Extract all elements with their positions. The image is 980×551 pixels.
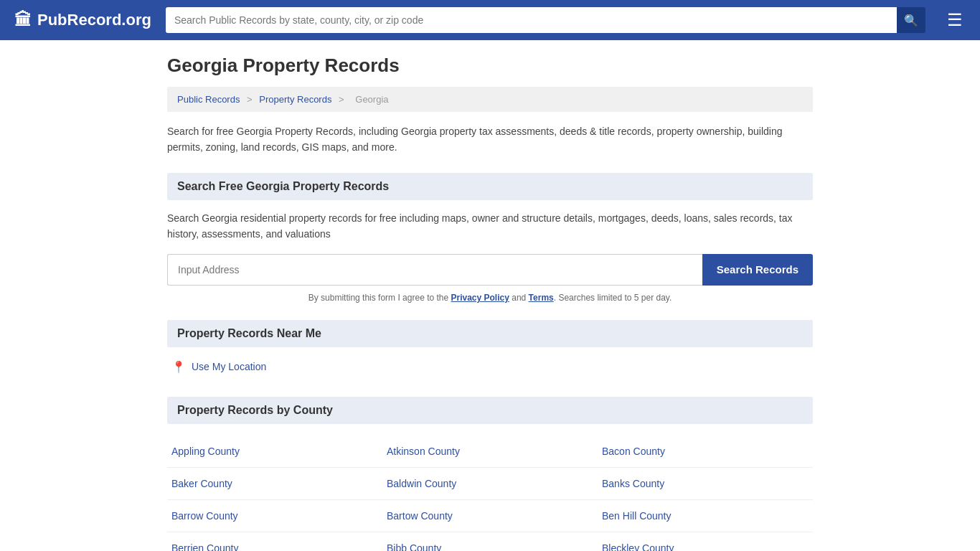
form-disclaimer: By submitting this form I agree to the P… [167,293,813,303]
description: Search for free Georgia Property Records… [167,123,813,156]
address-search-form: Search Records [167,254,813,286]
county-link[interactable]: Baker County [171,478,232,489]
search-section-header: Search Free Georgia Property Records [167,173,813,200]
county-link[interactable]: Bibb County [387,542,441,551]
county-link[interactable]: Bacon County [602,446,665,457]
search-description: Search Georgia residential property reco… [167,210,813,242]
search-records-button[interactable]: Search Records [702,254,813,286]
list-item: Atkinson County [382,435,598,468]
list-item: Bacon County [598,435,813,468]
county-link[interactable]: Appling County [171,446,240,457]
breadcrumb-separator-1: > [247,94,255,105]
list-item: Bibb County [382,532,598,551]
list-item: Baker County [167,468,382,500]
county-link[interactable]: Berrien County [171,542,238,551]
county-link[interactable]: Bartow County [387,510,453,522]
building-icon: 🏛 [14,10,32,30]
breadcrumb-public-records[interactable]: Public Records [177,94,240,105]
search-section-title: Search Free Georgia Property Records [177,180,803,193]
county-section: Property Records by County Appling Count… [167,397,813,551]
header: 🏛 PubRecord.org 🔍 ☰ [0,0,980,40]
location-label: Use My Location [192,361,266,372]
breadcrumb-separator-2: > [339,94,347,105]
breadcrumb-property-records[interactable]: Property Records [259,94,331,105]
county-link[interactable]: Atkinson County [387,446,460,457]
use-my-location-button[interactable]: 📍 Use My Location [167,357,270,377]
address-input[interactable] [167,254,702,286]
breadcrumb: Public Records > Property Records > Geor… [167,87,813,112]
county-link[interactable]: Barrow County [171,510,238,522]
list-item: Appling County [167,435,382,468]
county-link[interactable]: Bleckley County [602,542,674,551]
county-link[interactable]: Banks County [602,478,664,489]
terms-link[interactable]: Terms [529,293,554,303]
header-search-input[interactable] [166,7,897,33]
privacy-policy-link[interactable]: Privacy Policy [451,293,509,303]
list-item: Banks County [598,468,813,500]
breadcrumb-georgia: Georgia [355,94,388,105]
list-item: Baldwin County [382,468,598,500]
disclaimer-mid: and [509,293,529,303]
near-me-section: Property Records Near Me 📍 Use My Locati… [167,320,813,377]
hamburger-icon: ☰ [947,10,963,29]
page-title: Georgia Property Records [167,55,813,77]
disclaimer-suffix: . Searches limited to 5 per day. [554,293,672,303]
list-item: Berrien County [167,532,382,551]
list-item: Bleckley County [598,532,813,551]
header-search-form: 🔍 [166,7,925,33]
near-me-header: Property Records Near Me [167,320,813,347]
list-item: Bartow County [382,500,598,532]
logo-text: PubRecord.org [37,11,151,29]
county-link[interactable]: Baldwin County [387,478,456,489]
disclaimer-prefix: By submitting this form I agree to the [308,293,451,303]
header-search-button[interactable]: 🔍 [897,7,925,33]
county-section-header: Property Records by County [167,397,813,424]
hamburger-button[interactable]: ☰ [944,7,966,33]
logo[interactable]: 🏛 PubRecord.org [14,10,151,30]
search-icon: 🔍 [904,14,918,27]
main-content: Georgia Property Records Public Records … [153,40,827,551]
county-section-title: Property Records by County [177,404,803,417]
list-item: Ben Hill County [598,500,813,532]
location-icon: 📍 [171,360,186,374]
list-item: Barrow County [167,500,382,532]
near-me-title: Property Records Near Me [177,327,803,340]
county-grid: Appling CountyAtkinson CountyBacon Count… [167,435,813,551]
county-link[interactable]: Ben Hill County [602,510,672,522]
